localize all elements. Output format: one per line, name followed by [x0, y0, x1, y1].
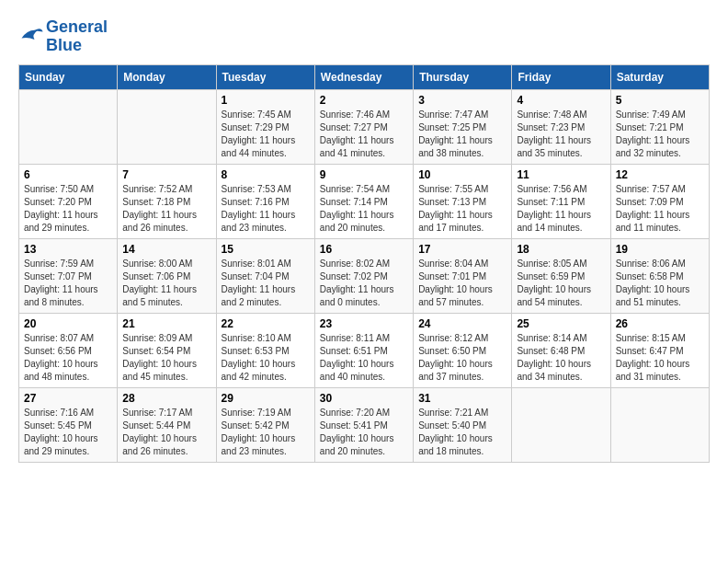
cell-content: Sunrise: 7:57 AMSunset: 7:09 PMDaylight:… — [616, 183, 704, 235]
cell-content: Sunrise: 8:14 AMSunset: 6:48 PMDaylight:… — [517, 332, 605, 384]
day-number: 15 — [222, 243, 310, 256]
day-number: 4 — [517, 94, 605, 107]
cell-content: Sunrise: 7:53 AMSunset: 7:16 PMDaylight:… — [222, 183, 310, 235]
calendar-cell: 17Sunrise: 8:04 AMSunset: 7:01 PMDayligh… — [414, 238, 512, 313]
logo-bird-icon — [18, 25, 44, 45]
calendar-cell: 4Sunrise: 7:48 AMSunset: 7:23 PMDaylight… — [512, 89, 610, 164]
day-number: 29 — [222, 392, 310, 405]
calendar-week-3: 13Sunrise: 7:59 AMSunset: 7:07 PMDayligh… — [19, 238, 710, 313]
calendar-cell: 28Sunrise: 7:17 AMSunset: 5:44 PMDayligh… — [118, 387, 216, 462]
cell-content: Sunrise: 7:56 AMSunset: 7:11 PMDaylight:… — [517, 183, 605, 235]
calendar-cell: 19Sunrise: 8:06 AMSunset: 6:58 PMDayligh… — [610, 238, 709, 313]
cell-content: Sunrise: 7:55 AMSunset: 7:13 PMDaylight:… — [418, 183, 506, 235]
cell-content: Sunrise: 8:09 AMSunset: 6:54 PMDaylight:… — [122, 332, 210, 384]
calendar-cell: 3Sunrise: 7:47 AMSunset: 7:25 PMDaylight… — [414, 89, 512, 164]
day-number: 7 — [122, 168, 210, 181]
column-header-friday: Friday — [512, 64, 610, 89]
calendar-cell: 22Sunrise: 8:10 AMSunset: 6:53 PMDayligh… — [216, 313, 314, 387]
calendar-cell: 8Sunrise: 7:53 AMSunset: 7:16 PMDaylight… — [216, 164, 314, 238]
cell-content: Sunrise: 8:02 AMSunset: 7:02 PMDaylight:… — [320, 258, 408, 309]
cell-content: Sunrise: 8:00 AMSunset: 7:06 PMDaylight:… — [122, 258, 210, 309]
column-header-wednesday: Wednesday — [314, 64, 413, 89]
calendar-cell: 24Sunrise: 8:12 AMSunset: 6:50 PMDayligh… — [414, 313, 512, 387]
calendar-week-2: 6Sunrise: 7:50 AMSunset: 7:20 PMDaylight… — [19, 164, 710, 238]
column-header-tuesday: Tuesday — [216, 64, 314, 89]
calendar-header-row: SundayMondayTuesdayWednesdayThursdayFrid… — [19, 64, 710, 89]
calendar-cell: 9Sunrise: 7:54 AMSunset: 7:14 PMDaylight… — [314, 164, 413, 238]
cell-content: Sunrise: 7:46 AMSunset: 7:27 PMDaylight:… — [320, 109, 408, 160]
cell-content: Sunrise: 7:17 AMSunset: 5:44 PMDaylight:… — [122, 407, 210, 458]
calendar-body: 1Sunrise: 7:45 AMSunset: 7:29 PMDaylight… — [19, 89, 710, 462]
calendar-cell: 18Sunrise: 8:05 AMSunset: 6:59 PMDayligh… — [512, 238, 610, 313]
calendar-cell: 13Sunrise: 7:59 AMSunset: 7:07 PMDayligh… — [19, 238, 118, 313]
calendar-week-1: 1Sunrise: 7:45 AMSunset: 7:29 PMDaylight… — [19, 89, 710, 164]
day-number: 12 — [616, 168, 704, 181]
cell-content: Sunrise: 7:47 AMSunset: 7:25 PMDaylight:… — [418, 109, 506, 160]
page-header: GeneralBlue — [18, 18, 710, 55]
cell-content: Sunrise: 7:21 AMSunset: 5:40 PMDaylight:… — [418, 407, 506, 458]
cell-content: Sunrise: 7:16 AMSunset: 5:45 PMDaylight:… — [24, 407, 112, 458]
day-number: 25 — [517, 317, 605, 330]
calendar-cell: 16Sunrise: 8:02 AMSunset: 7:02 PMDayligh… — [314, 238, 413, 313]
column-header-sunday: Sunday — [19, 64, 118, 89]
day-number: 2 — [320, 94, 408, 107]
cell-content: Sunrise: 8:06 AMSunset: 6:58 PMDaylight:… — [616, 258, 704, 309]
calendar-cell — [610, 387, 709, 462]
calendar-cell: 11Sunrise: 7:56 AMSunset: 7:11 PMDayligh… — [512, 164, 610, 238]
calendar-cell: 27Sunrise: 7:16 AMSunset: 5:45 PMDayligh… — [19, 387, 118, 462]
calendar-cell: 6Sunrise: 7:50 AMSunset: 7:20 PMDaylight… — [19, 164, 118, 238]
day-number: 24 — [418, 317, 506, 330]
calendar-table: SundayMondayTuesdayWednesdayThursdayFrid… — [18, 64, 710, 463]
calendar-cell: 7Sunrise: 7:52 AMSunset: 7:18 PMDaylight… — [118, 164, 216, 238]
calendar-cell: 1Sunrise: 7:45 AMSunset: 7:29 PMDaylight… — [216, 89, 314, 164]
calendar-cell: 2Sunrise: 7:46 AMSunset: 7:27 PMDaylight… — [314, 89, 413, 164]
cell-content: Sunrise: 8:12 AMSunset: 6:50 PMDaylight:… — [418, 332, 506, 384]
day-number: 14 — [122, 243, 210, 256]
cell-content: Sunrise: 8:04 AMSunset: 7:01 PMDaylight:… — [418, 258, 506, 309]
cell-content: Sunrise: 7:50 AMSunset: 7:20 PMDaylight:… — [24, 183, 112, 235]
calendar-cell: 12Sunrise: 7:57 AMSunset: 7:09 PMDayligh… — [610, 164, 709, 238]
day-number: 9 — [320, 168, 408, 181]
cell-content: Sunrise: 8:11 AMSunset: 6:51 PMDaylight:… — [320, 332, 408, 384]
calendar-week-5: 27Sunrise: 7:16 AMSunset: 5:45 PMDayligh… — [19, 387, 710, 462]
day-number: 22 — [222, 317, 310, 330]
calendar-cell: 20Sunrise: 8:07 AMSunset: 6:56 PMDayligh… — [19, 313, 118, 387]
day-number: 20 — [24, 317, 112, 330]
cell-content: Sunrise: 7:49 AMSunset: 7:21 PMDaylight:… — [616, 109, 704, 160]
column-header-thursday: Thursday — [414, 64, 512, 89]
cell-content: Sunrise: 7:54 AMSunset: 7:14 PMDaylight:… — [320, 183, 408, 235]
day-number: 8 — [222, 168, 310, 181]
day-number: 17 — [418, 243, 506, 256]
cell-content: Sunrise: 8:10 AMSunset: 6:53 PMDaylight:… — [222, 332, 310, 384]
day-number: 1 — [222, 94, 310, 107]
day-number: 5 — [616, 94, 704, 107]
day-number: 18 — [517, 243, 605, 256]
day-number: 3 — [418, 94, 506, 107]
cell-content: Sunrise: 8:05 AMSunset: 6:59 PMDaylight:… — [517, 258, 605, 309]
cell-content: Sunrise: 8:01 AMSunset: 7:04 PMDaylight:… — [222, 258, 310, 309]
day-number: 6 — [24, 168, 112, 181]
day-number: 13 — [24, 243, 112, 256]
calendar-cell: 15Sunrise: 8:01 AMSunset: 7:04 PMDayligh… — [216, 238, 314, 313]
cell-content: Sunrise: 7:45 AMSunset: 7:29 PMDaylight:… — [222, 109, 310, 160]
day-number: 10 — [418, 168, 506, 181]
calendar-cell: 14Sunrise: 8:00 AMSunset: 7:06 PMDayligh… — [118, 238, 216, 313]
day-number: 21 — [122, 317, 210, 330]
cell-content: Sunrise: 7:52 AMSunset: 7:18 PMDaylight:… — [122, 183, 210, 235]
calendar-cell — [19, 89, 118, 164]
day-number: 11 — [517, 168, 605, 181]
calendar-cell: 25Sunrise: 8:14 AMSunset: 6:48 PMDayligh… — [512, 313, 610, 387]
cell-content: Sunrise: 8:15 AMSunset: 6:47 PMDaylight:… — [616, 332, 704, 384]
day-number: 28 — [122, 392, 210, 405]
day-number: 26 — [616, 317, 704, 330]
logo: GeneralBlue — [18, 18, 108, 55]
cell-content: Sunrise: 8:07 AMSunset: 6:56 PMDaylight:… — [24, 332, 112, 384]
cell-content: Sunrise: 7:19 AMSunset: 5:42 PMDaylight:… — [222, 407, 310, 458]
calendar-cell: 31Sunrise: 7:21 AMSunset: 5:40 PMDayligh… — [414, 387, 512, 462]
cell-content: Sunrise: 7:20 AMSunset: 5:41 PMDaylight:… — [320, 407, 408, 458]
logo-text: GeneralBlue — [46, 18, 108, 55]
calendar-cell: 26Sunrise: 8:15 AMSunset: 6:47 PMDayligh… — [610, 313, 709, 387]
calendar-week-4: 20Sunrise: 8:07 AMSunset: 6:56 PMDayligh… — [19, 313, 710, 387]
calendar-cell: 30Sunrise: 7:20 AMSunset: 5:41 PMDayligh… — [314, 387, 413, 462]
calendar-cell — [512, 387, 610, 462]
